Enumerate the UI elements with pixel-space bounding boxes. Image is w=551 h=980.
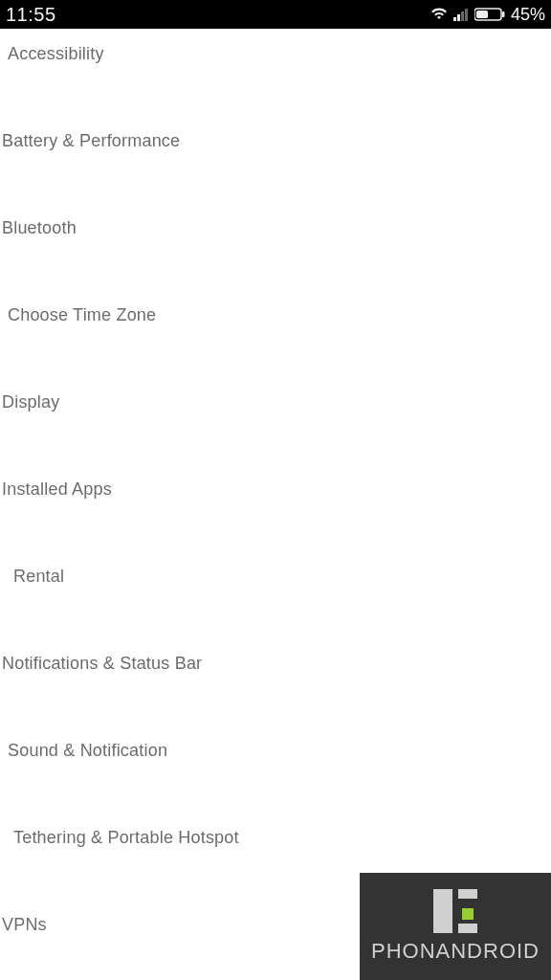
phonandroid-logo-icon: [433, 889, 477, 933]
svg-rect-0: [453, 17, 456, 21]
svg-rect-1: [457, 14, 460, 21]
battery-icon: [474, 8, 505, 21]
settings-item-rental[interactable]: Rental: [0, 553, 551, 640]
settings-item-label: Battery & Performance: [2, 131, 180, 150]
svg-rect-3: [465, 9, 468, 21]
settings-item-label: VPNs: [2, 915, 47, 934]
settings-item-sound-notification[interactable]: Sound & Notification: [0, 727, 551, 814]
settings-item-label: Installed Apps: [2, 479, 112, 499]
settings-item-label: Tethering & Portable Hotspot: [13, 828, 239, 847]
settings-item-installed-apps[interactable]: Installed Apps: [0, 466, 551, 553]
watermark-overlay: PHONANDROID: [360, 873, 551, 980]
settings-item-battery-performance[interactable]: Battery & Performance: [0, 118, 551, 205]
wifi-icon: [430, 8, 448, 21]
settings-item-label: Bluetooth: [2, 218, 77, 237]
signal-icon: [453, 8, 469, 21]
clock: 11:55: [6, 4, 56, 26]
settings-item-label: Accessibility: [8, 44, 104, 63]
status-bar-right: 45%: [430, 5, 545, 25]
settings-item-display[interactable]: Display: [0, 379, 551, 466]
settings-item-bluetooth[interactable]: Bluetooth: [0, 205, 551, 292]
status-bar-left: 11:55: [6, 4, 56, 26]
settings-item-choose-time-zone[interactable]: Choose Time Zone: [0, 292, 551, 379]
settings-item-notifications-status-bar[interactable]: Notifications & Status Bar: [0, 640, 551, 727]
settings-item-label: Rental: [13, 567, 64, 586]
watermark-text: PHONANDROID: [371, 939, 540, 964]
settings-item-label: Notifications & Status Bar: [2, 654, 202, 673]
status-bar: 11:55 45%: [0, 0, 551, 29]
svg-rect-6: [502, 11, 505, 17]
battery-percentage: 45%: [511, 5, 545, 25]
svg-rect-5: [476, 11, 488, 18]
settings-list[interactable]: Accessibility Battery & Performance Blue…: [0, 29, 551, 980]
settings-item-label: Display: [2, 392, 59, 412]
settings-item-label: Choose Time Zone: [8, 305, 156, 324]
settings-item-label: Sound & Notification: [8, 741, 167, 760]
svg-rect-2: [461, 11, 464, 21]
settings-item-accessibility[interactable]: Accessibility: [0, 31, 551, 118]
